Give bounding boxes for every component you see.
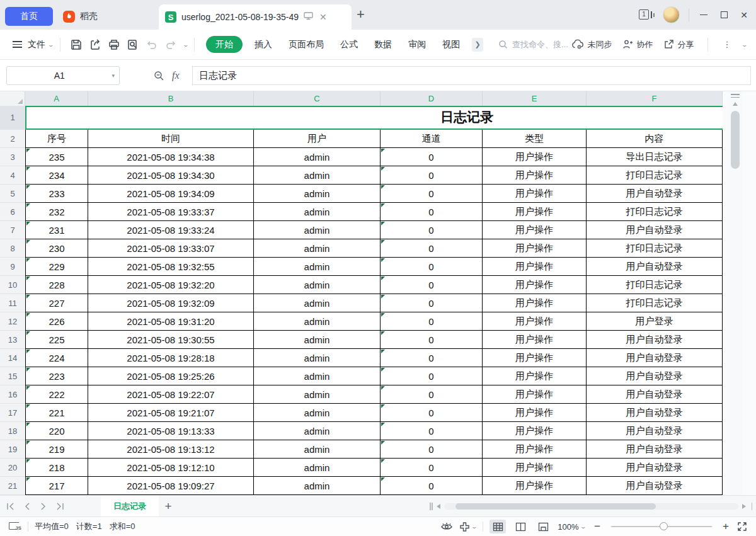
cell-time[interactable]: 2021-05-08 19:28:18 — [88, 349, 254, 367]
cell-type[interactable]: 用户操作 — [483, 459, 587, 477]
cell-channel[interactable]: 0 — [381, 349, 483, 367]
cell-no[interactable]: 233 — [25, 185, 88, 203]
cell-channel[interactable]: 0 — [381, 459, 483, 477]
vertical-scrollbar[interactable] — [728, 91, 742, 495]
cell-content[interactable]: 打印日志记录 — [587, 239, 723, 258]
cell-user[interactable]: admin — [254, 276, 381, 294]
h-split-handle-icon[interactable] — [430, 503, 431, 510]
header-cell[interactable]: 用户 — [254, 130, 381, 148]
next-sheet-icon[interactable] — [40, 503, 46, 510]
page-layout-view-button[interactable] — [535, 520, 551, 533]
row-header-1[interactable]: 1 — [0, 106, 25, 130]
cell-user[interactable]: admin — [254, 459, 381, 477]
message-center-icon[interactable]: 1 — [639, 9, 654, 21]
header-cell[interactable]: 内容 — [587, 130, 723, 148]
column-header-D[interactable]: D — [381, 91, 483, 106]
cell-no[interactable]: 222 — [25, 385, 88, 404]
cell-channel[interactable]: 0 — [381, 477, 483, 495]
cell-content[interactable]: 用户自动登录 — [587, 367, 723, 385]
cell-time[interactable]: 2021-05-08 19:32:09 — [88, 294, 254, 312]
add-sheet-button[interactable]: + — [160, 496, 176, 517]
row-header-7[interactable]: 7 — [0, 221, 25, 239]
row-header-6[interactable]: 6 — [0, 203, 25, 221]
close-document-icon[interactable]: ✕ — [319, 12, 327, 22]
print-icon[interactable] — [105, 36, 123, 54]
split-handle-icon[interactable] — [731, 94, 740, 98]
horizontal-scrollbar[interactable] — [430, 503, 752, 510]
normal-view-button[interactable] — [490, 520, 506, 533]
cell-channel[interactable]: 0 — [381, 367, 483, 385]
cell-type[interactable]: 用户操作 — [483, 148, 587, 166]
cell-content[interactable]: 用户自动登录 — [587, 221, 723, 239]
row-header-16[interactable]: 16 — [0, 385, 25, 404]
row-header-13[interactable]: 13 — [0, 331, 25, 349]
cell-reference-box[interactable]: A1 ▾ — [6, 66, 120, 85]
row-header-8[interactable]: 8 — [0, 239, 25, 258]
cell-channel[interactable]: 0 — [381, 276, 483, 294]
cell-time[interactable]: 2021-05-08 19:33:07 — [88, 239, 254, 258]
name-box-dropdown-icon[interactable]: ▾ — [112, 72, 115, 79]
cell-time[interactable]: 2021-05-08 19:09:27 — [88, 477, 254, 495]
cell-channel[interactable]: 0 — [381, 404, 483, 422]
cell-content[interactable]: 用户自动登录 — [587, 459, 723, 477]
cell-channel[interactable]: 0 — [381, 148, 483, 166]
cell-type[interactable]: 用户操作 — [483, 221, 587, 239]
zoom-slider[interactable] — [611, 522, 712, 532]
cell-time[interactable]: 2021-05-08 19:22:07 — [88, 385, 254, 404]
more-tabs-button[interactable]: ❯ — [472, 38, 483, 52]
new-document-button[interactable]: + — [357, 6, 365, 23]
first-sheet-icon[interactable] — [6, 503, 14, 510]
row-header-12[interactable]: 12 — [0, 312, 25, 331]
row-header-17[interactable]: 17 — [0, 404, 25, 422]
cell-type[interactable]: 用户操作 — [483, 440, 587, 459]
cell-no[interactable]: 220 — [25, 422, 88, 440]
cell-user[interactable]: admin — [254, 239, 381, 258]
cell-content[interactable]: 打印日志记录 — [587, 276, 723, 294]
column-header-E[interactable]: E — [483, 91, 587, 106]
active-document-tab[interactable]: S userlog_2021-05-08-19-35-49 ✕ — [159, 4, 352, 30]
save-icon[interactable] — [67, 36, 85, 54]
cell-type[interactable]: 用户操作 — [483, 239, 587, 258]
cell-user[interactable]: admin — [254, 221, 381, 239]
row-header-18[interactable]: 18 — [0, 422, 25, 440]
select-all-corner[interactable] — [0, 91, 25, 106]
cell-time[interactable]: 2021-05-08 19:32:20 — [88, 276, 254, 294]
cell-user[interactable]: admin — [254, 385, 381, 404]
row-header-4[interactable]: 4 — [0, 166, 25, 185]
cell-content[interactable]: 用户登录 — [587, 312, 723, 331]
cell-type[interactable]: 用户操作 — [483, 349, 587, 367]
tab-home-ribbon[interactable]: 开始 — [206, 36, 243, 53]
h-split-handle-right-icon[interactable] — [752, 503, 753, 510]
formula-input[interactable]: 日志记录 — [192, 66, 751, 85]
minimize-button[interactable] — [698, 9, 709, 21]
cell-content[interactable]: 用户自动登录 — [587, 385, 723, 404]
cell-user[interactable]: admin — [254, 440, 381, 459]
close-window-button[interactable]: ✕ — [738, 9, 750, 21]
row-header-5[interactable]: 5 — [0, 185, 25, 203]
collapse-ribbon-icon[interactable]: ⌄ — [742, 42, 748, 48]
header-cell[interactable]: 类型 — [483, 130, 587, 148]
header-cell[interactable]: 序号 — [25, 130, 88, 148]
cell-time[interactable]: 2021-05-08 19:13:12 — [88, 440, 254, 459]
docer-tab[interactable]: 稻壳 — [63, 7, 98, 26]
last-sheet-icon[interactable] — [56, 503, 64, 510]
cell-channel[interactable]: 0 — [381, 258, 483, 276]
zoom-search-icon[interactable] — [154, 71, 164, 81]
cell-type[interactable]: 用户操作 — [483, 404, 587, 422]
cell-type[interactable]: 用户操作 — [483, 422, 587, 440]
cell-channel[interactable]: 0 — [381, 166, 483, 185]
cell-content[interactable]: 用户自动登录 — [587, 258, 723, 276]
cell-user[interactable]: admin — [254, 367, 381, 385]
tab-data[interactable]: 数据 — [366, 36, 400, 53]
view-options[interactable]: ⌄ — [459, 522, 477, 532]
sheet-tab-active[interactable]: 日志记录 — [101, 496, 159, 517]
fullscreen-icon[interactable] — [737, 522, 747, 532]
tab-insert[interactable]: 插入 — [246, 36, 280, 53]
redo-icon[interactable] — [162, 36, 180, 54]
header-cell[interactable]: 通道 — [381, 130, 483, 148]
presentation-mode-icon[interactable] — [304, 11, 313, 23]
zoom-out-button[interactable]: − — [592, 520, 602, 533]
cell-no[interactable]: 224 — [25, 349, 88, 367]
column-header-F[interactable]: F — [587, 91, 723, 106]
cell-type[interactable]: 用户操作 — [483, 258, 587, 276]
